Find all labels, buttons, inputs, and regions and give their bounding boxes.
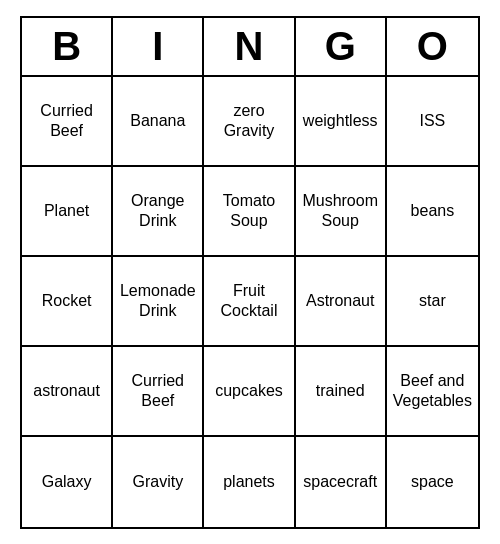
bingo-cell: beans bbox=[387, 167, 478, 257]
bingo-cell: zero Gravity bbox=[204, 77, 295, 167]
cell-text: Mushroom Soup bbox=[300, 191, 381, 229]
bingo-cell: Beef and Vegetables bbox=[387, 347, 478, 437]
header-letter: I bbox=[113, 18, 204, 75]
header-letter: O bbox=[387, 18, 478, 75]
cell-text: Lemonade Drink bbox=[117, 281, 198, 319]
bingo-cell: planets bbox=[204, 437, 295, 527]
bingo-cell: space bbox=[387, 437, 478, 527]
cell-text: spacecraft bbox=[303, 472, 377, 491]
bingo-cell: Mushroom Soup bbox=[296, 167, 387, 257]
bingo-card: BINGO Curried BeefBananazero Gravityweig… bbox=[20, 16, 480, 529]
bingo-grid: Curried BeefBananazero Gravityweightless… bbox=[22, 77, 478, 527]
header-letter: G bbox=[296, 18, 387, 75]
cell-text: Galaxy bbox=[42, 472, 92, 491]
bingo-cell: Tomato Soup bbox=[204, 167, 295, 257]
bingo-cell: ISS bbox=[387, 77, 478, 167]
cell-text: Curried Beef bbox=[117, 371, 198, 409]
cell-text: Orange Drink bbox=[117, 191, 198, 229]
header-letter: B bbox=[22, 18, 113, 75]
bingo-cell: trained bbox=[296, 347, 387, 437]
bingo-header: BINGO bbox=[22, 18, 478, 77]
cell-text: trained bbox=[316, 381, 365, 400]
cell-text: Gravity bbox=[132, 472, 183, 491]
bingo-cell: Rocket bbox=[22, 257, 113, 347]
bingo-cell: weightless bbox=[296, 77, 387, 167]
bingo-cell: astronaut bbox=[22, 347, 113, 437]
cell-text: beans bbox=[411, 201, 455, 220]
bingo-cell: cupcakes bbox=[204, 347, 295, 437]
bingo-cell: Fruit Cocktail bbox=[204, 257, 295, 347]
bingo-cell: Planet bbox=[22, 167, 113, 257]
bingo-cell: Curried Beef bbox=[113, 347, 204, 437]
cell-text: star bbox=[419, 291, 446, 310]
bingo-cell: Curried Beef bbox=[22, 77, 113, 167]
cell-text: Fruit Cocktail bbox=[208, 281, 289, 319]
cell-text: zero Gravity bbox=[208, 101, 289, 139]
cell-text: astronaut bbox=[33, 381, 100, 400]
bingo-cell: Galaxy bbox=[22, 437, 113, 527]
bingo-cell: Orange Drink bbox=[113, 167, 204, 257]
cell-text: cupcakes bbox=[215, 381, 283, 400]
cell-text: planets bbox=[223, 472, 275, 491]
bingo-cell: star bbox=[387, 257, 478, 347]
cell-text: Beef and Vegetables bbox=[391, 371, 474, 409]
cell-text: Curried Beef bbox=[26, 101, 107, 139]
cell-text: weightless bbox=[303, 111, 378, 130]
bingo-cell: Gravity bbox=[113, 437, 204, 527]
bingo-cell: spacecraft bbox=[296, 437, 387, 527]
cell-text: Planet bbox=[44, 201, 89, 220]
cell-text: space bbox=[411, 472, 454, 491]
bingo-cell: Astronaut bbox=[296, 257, 387, 347]
cell-text: Tomato Soup bbox=[208, 191, 289, 229]
bingo-cell: Lemonade Drink bbox=[113, 257, 204, 347]
cell-text: Banana bbox=[130, 111, 185, 130]
cell-text: ISS bbox=[419, 111, 445, 130]
cell-text: Astronaut bbox=[306, 291, 374, 310]
cell-text: Rocket bbox=[42, 291, 92, 310]
header-letter: N bbox=[204, 18, 295, 75]
bingo-cell: Banana bbox=[113, 77, 204, 167]
